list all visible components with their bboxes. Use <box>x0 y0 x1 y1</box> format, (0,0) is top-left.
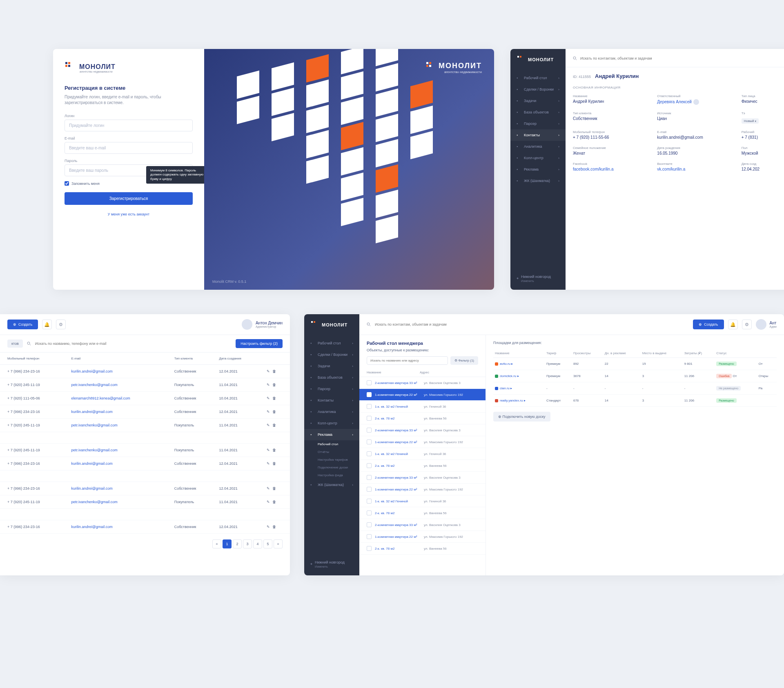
sidebar-item[interactable]: ▪Колл-центр› <box>510 152 566 164</box>
edit-icon[interactable]: ✎ <box>267 383 270 387</box>
sidebar-subitem[interactable]: Настройка фида <box>304 471 359 479</box>
edit-icon[interactable]: ✎ <box>267 423 270 427</box>
create-button[interactable]: ⊕Создать <box>693 320 724 329</box>
sidebar-item[interactable]: ▪ЖК (Шахматка)› <box>304 479 359 490</box>
sidebar-item[interactable]: ▪База объектов› <box>510 107 566 118</box>
platform-row[interactable]: cian.ru ▸-----Не размещено Ра <box>493 382 777 395</box>
delete-icon[interactable]: 🗑 <box>272 423 276 427</box>
object-row[interactable]: 2-комнатная квартира 33 м²ул. Василия Оц… <box>359 377 486 389</box>
sidebar-item[interactable]: ▪Контакты› <box>304 395 359 406</box>
platform-row[interactable]: realty.yandex.ru ▸Стандарт67814311 206Ра… <box>493 395 777 407</box>
table-row[interactable]: + 7 (920) 111-05-06elenamarch8912.kenea@… <box>0 392 290 405</box>
platform-row[interactable]: domclick.ru ▸Премиум367814311 206Ошибка … <box>493 370 777 382</box>
global-search[interactable] <box>367 320 689 328</box>
connect-board-button[interactable]: ⊕ Подключить новую доску <box>493 412 550 422</box>
object-row[interactable]: 1-к. кв. 32 м2 Генинойул. Гениной 36 <box>359 495 486 507</box>
sidebar-item[interactable]: ▪Рабочий стол› <box>304 337 359 349</box>
user-menu[interactable]: Антон ДемчинАдминистратор <box>242 319 283 330</box>
object-row[interactable]: 2-комнатная квартира 33 м²ул. Василия Оц… <box>359 424 486 436</box>
object-row[interactable]: 1-комнатная квартира 22 м²ул. Максима Го… <box>359 484 486 495</box>
object-row[interactable]: 2-к. кв. 78 м2ул. Ванеева 56 <box>359 543 486 555</box>
have-account-link[interactable]: У меня уже есть аккаунт <box>108 212 149 216</box>
page-button[interactable]: 3 <box>243 539 252 548</box>
delete-icon[interactable]: 🗑 <box>272 525 276 529</box>
table-row[interactable]: + 7 (996) 234-23-16kurilin.andrei@gmail.… <box>0 457 290 471</box>
object-row[interactable]: 1-комнатная квартира 22 м²ул. Максима Го… <box>359 389 486 401</box>
login-input[interactable] <box>65 120 193 131</box>
table-row[interactable]: + 7 (920) 245-11-19petr.ivanchenko@gmail… <box>0 495 290 509</box>
sidebar-item[interactable]: ▪Сделки / Воронки› <box>304 349 359 360</box>
object-row[interactable]: 1-комнатная квартира 22 м²ул. Максима Го… <box>359 531 486 543</box>
delete-icon[interactable]: 🗑 <box>272 383 276 387</box>
delete-icon[interactable]: 🗑 <box>272 396 276 400</box>
delete-icon[interactable]: 🗑 <box>272 369 276 373</box>
object-row[interactable]: 1-к. кв. 32 м2 Генинойул. Гениной 36 <box>359 401 486 413</box>
sidebar-item[interactable]: ▪Колл-центр› <box>304 417 359 429</box>
table-row[interactable]: + 7 (920) 245-11-19petr.ivanchenko@gmail… <box>0 378 290 392</box>
object-row[interactable]: 2-к. кв. 78 м2ул. Ванеева 56 <box>359 507 486 519</box>
table-row[interactable]: + 7 (920) 245-11-19petr.ivanchenko@gmail… <box>0 444 290 457</box>
edit-icon[interactable]: ✎ <box>267 486 270 490</box>
page-button[interactable]: « <box>212 539 221 548</box>
tab-chip[interactable]: ктов <box>7 340 23 348</box>
filter-button[interactable]: Настроить фильтр (2) <box>236 339 283 348</box>
object-row[interactable]: 2-комнатная квартира 33 м²ул. Василия Оц… <box>359 519 486 531</box>
city-selector[interactable]: ⌖ Нижний новгородИзменить <box>517 275 551 282</box>
edit-icon[interactable]: ✎ <box>267 369 270 373</box>
sidebar-item[interactable]: ▪База объектов› <box>304 372 359 383</box>
delete-icon[interactable]: 🗑 <box>272 486 276 490</box>
edit-icon[interactable]: ✎ <box>267 448 270 452</box>
object-row[interactable]: 2-к. кв. 78 м2ул. Ванеева 56 <box>359 413 486 424</box>
edit-icon[interactable]: ✎ <box>267 410 270 414</box>
object-filter-button[interactable]: ⚙ Фильтр (1) <box>450 356 478 365</box>
edit-icon[interactable]: ✎ <box>267 500 270 504</box>
platform-row[interactable]: avito.ru ▸Премиум89222159 801Размещено О… <box>493 358 777 370</box>
edit-icon[interactable]: ✎ <box>267 525 270 529</box>
sidebar-subitem[interactable]: Подключение доски <box>304 464 359 471</box>
sidebar-item[interactable]: ▪Задачи› <box>510 95 566 107</box>
object-row[interactable]: 2-комнатная квартира 33 м²ул. Василия Оц… <box>359 472 486 484</box>
object-search[interactable] <box>367 356 448 365</box>
edit-icon[interactable]: ✎ <box>267 462 270 466</box>
user-menu[interactable]: АнтАдми <box>756 319 777 330</box>
table-row[interactable] <box>0 471 290 482</box>
page-button[interactable]: 4 <box>253 539 262 548</box>
sidebar-item[interactable]: ▪Задачи› <box>304 360 359 372</box>
city-selector[interactable]: ⌖ Нижний новгородИзменить <box>310 560 345 568</box>
sidebar-item[interactable]: ▪Контакты› <box>510 129 566 141</box>
sidebar-item[interactable]: ▪Аналитика› <box>304 406 359 417</box>
delete-icon[interactable]: 🗑 <box>272 500 276 504</box>
table-row[interactable]: + 7 (920) 245-11-19petr.ivanchenko@gmail… <box>0 419 290 432</box>
table-row[interactable]: + 7 (996) 234-23-16kurilin.andrei@gmail.… <box>0 482 290 495</box>
email-input[interactable] <box>65 142 193 154</box>
settings-icon[interactable]: ⚙ <box>56 320 66 329</box>
object-row[interactable]: 1-комнатная квартира 22 м²ул. Максима Го… <box>359 436 486 448</box>
page-button[interactable]: 1 <box>223 539 232 548</box>
table-row[interactable]: + 7 (996) 234-23-16kurilin.andrei@gmail.… <box>0 520 290 534</box>
table-row[interactable] <box>0 509 290 520</box>
sidebar-item[interactable]: ▪Парсер› <box>510 118 566 129</box>
edit-icon[interactable]: ✎ <box>267 396 270 400</box>
page-button[interactable]: » <box>274 539 283 548</box>
sidebar-item[interactable]: ▪Реклама› <box>510 164 566 175</box>
settings-icon[interactable]: ⚙ <box>742 320 752 329</box>
object-row[interactable]: 2-к. кв. 78 м2ул. Ванеева 56 <box>359 460 486 472</box>
table-row[interactable]: + 7 (996) 234-23-16kurilin.andrei@gmail.… <box>0 405 290 419</box>
sidebar-item[interactable]: ▪Аналитика› <box>510 141 566 152</box>
global-search[interactable] <box>573 55 784 62</box>
table-row[interactable]: + 7 (996) 234-23-16kurilin.andrei@gmail.… <box>0 365 290 378</box>
table-row[interactable] <box>0 432 290 444</box>
create-button[interactable]: ⊕Создать <box>7 320 38 329</box>
sidebar-item[interactable]: ▪Парсер› <box>304 383 359 395</box>
table-search[interactable] <box>27 340 232 348</box>
sidebar-subitem[interactable]: Рабочий стол <box>304 440 359 448</box>
page-button[interactable]: 5 <box>263 539 272 548</box>
sidebar-item[interactable]: ▪ЖК (Шахматка)› <box>510 175 566 186</box>
page-button[interactable]: 2 <box>233 539 242 548</box>
notifications-icon[interactable]: 🔔 <box>728 320 738 329</box>
delete-icon[interactable]: 🗑 <box>272 462 276 466</box>
delete-icon[interactable]: 🗑 <box>272 410 276 414</box>
object-row[interactable]: 1-к. кв. 32 м2 Генинойул. Гениной 36 <box>359 448 486 460</box>
sidebar-item[interactable]: ▪Сделки / Воронки› <box>510 84 566 95</box>
notifications-icon[interactable]: 🔔 <box>42 320 52 329</box>
